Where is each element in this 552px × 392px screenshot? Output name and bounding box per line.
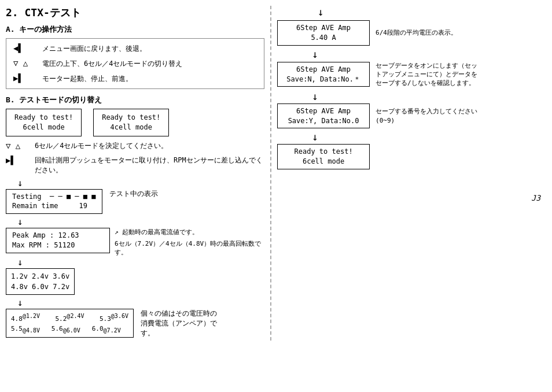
back-key-symbol: ◀▌	[13, 43, 42, 53]
section-b-title: B. テストモードの切り替え	[6, 95, 264, 105]
arrow-3: ↓	[17, 258, 23, 267]
val-r2c1: 5.5	[11, 325, 23, 332]
right-box1-line1: 6Step AVE Amp	[284, 23, 363, 33]
testing-display-box: Testing ─ ─ ■ ─ ■ ■ Remain time 19	[6, 189, 102, 215]
val-r2c2: 5.6	[51, 325, 63, 332]
value-row2: 5.5@4.8V 5.6@6.0V 6.0@7.2V	[11, 324, 128, 335]
section-a-title: A. キーの操作方法	[6, 24, 264, 35]
right-arrow-2: ↓	[312, 90, 318, 102]
val-r1c1: 4.8	[11, 315, 23, 323]
mode-buttons-area: Ready to test! 6cell mode Ready to test!…	[6, 109, 264, 136]
voltage-key-symbol: ▽ △	[13, 58, 42, 68]
voltage-row1: 1.2v 2.4v 3.6v	[11, 271, 69, 282]
right-box1-note: 6/4段階の平均電圧の表示。	[376, 28, 457, 37]
right-box1-line2: 5.40 A	[284, 33, 363, 43]
val-r2c3-sub: @7.2V	[104, 327, 121, 334]
right-box4-line2: 6cell mode	[284, 157, 363, 167]
val-r1c2: 5.2	[55, 315, 67, 323]
rpm-note-row: ▶▌ 回転計測用プッシュをモーターに取り付け、RPMセンサーに差し込んでください…	[6, 156, 264, 175]
mode-select-symbol: ▽ △	[6, 141, 35, 150]
val-r2c1-sub: @4.8V	[23, 327, 40, 334]
key-operations-box: ◀▌ メニュー画面に戻ります、後退。 ▽ △ 電圧の上下、6セル／4セルモードの…	[6, 38, 264, 89]
testing-line2: Remain time 19	[12, 201, 96, 211]
mode-select-note: 6セル／4セルモードを決定してください。	[35, 141, 168, 151]
right-box2-line1: 6Step AVE Amp	[284, 65, 363, 75]
right-box4-line1: Ready to test!	[284, 147, 363, 157]
peak-row: Peak Amp : 12.63 Max RPM : 51120 ↗ 起動時の最…	[6, 228, 264, 257]
value-row1: 4.8@1.2V 5.2@2.4V 5.3@3.6V	[11, 312, 128, 324]
voltage-key-desc: 電圧の上下、6セル／4セルモードの切り替え	[42, 58, 257, 69]
val-note: 個々の値はその電圧時の消費電流（アンペア）です。	[141, 309, 222, 338]
right-column: ↓ 6Step AVE Amp 5.40 A 6/4段階の平均電圧の表示。 ↓ …	[270, 6, 546, 341]
arrow-2: ↓	[17, 217, 23, 227]
key-row-motor: ▶▌ モーター起動、停止、前進。	[13, 73, 257, 84]
right-box3-note: セーブする番号を入力してください(0~9)	[376, 107, 480, 125]
mode-btn-6cell-line1: Ready to test!	[14, 113, 73, 123]
right-box2: 6Step AVE Amp Save:N, Data:No.＊	[277, 62, 370, 87]
motor-key-desc: モーター起動、停止、前進。	[42, 73, 257, 84]
val-r1c2-sup: @2.4V	[67, 313, 84, 319]
peak-line2: Max RPM : 51120	[12, 241, 104, 250]
val-r1c1-sup: @1.2V	[23, 313, 40, 319]
value-grid-row: 4.8@1.2V 5.2@2.4V 5.3@3.6V 5.5@4.8V 5.6@…	[6, 309, 222, 338]
motor-key-symbol: ▶▌	[13, 73, 42, 83]
back-key-desc: メニュー画面に戻ります、後退。	[42, 43, 257, 54]
voltage-row2: 4.8v 6.0v 7.2v	[11, 282, 69, 292]
right-arrow-3: ↓	[312, 131, 318, 143]
mode-btn-6cell-line2: 6cell mode	[14, 123, 73, 132]
page-number: J3	[531, 194, 546, 202]
mode-select-row: ▽ △ 6セル／4セルモードを決定してください。	[6, 141, 168, 151]
val-r1c3: 5.3	[100, 315, 111, 323]
right-box3-row: 6Step AVE Amp Save:Y, Data:No.0 セーブする番号を…	[277, 103, 480, 129]
val-r2c3: 6.0	[92, 325, 104, 332]
key-row-back: ◀▌ メニュー画面に戻ります、後退。	[13, 43, 257, 54]
peak-display-box: Peak Amp : 12.63 Max RPM : 51120	[6, 228, 110, 253]
right-box2-line2: Save:N, Data:No.＊	[284, 75, 363, 84]
right-box4: Ready to test! 6cell mode	[277, 144, 370, 169]
mode-btn-4cell-line2: 4cell mode	[102, 123, 160, 132]
right-box2-row: 6Step AVE Amp Save:N, Data:No.＊ セーブデータをオ…	[277, 61, 480, 88]
rpm-symbol: ▶▌	[6, 156, 35, 165]
right-box1-row: 6Step AVE Amp 5.40 A 6/4段階の平均電圧の表示。	[277, 20, 457, 46]
arrow-1: ↓	[17, 179, 23, 188]
peak-notes: ↗ 起動時の最高電流値です。 6セル（7.2V）／4セル（4.8V）時の最高回転…	[115, 228, 264, 257]
right-arrow-1: ↓	[312, 48, 318, 60]
mode-btn-6cell[interactable]: Ready to test! 6cell mode	[6, 109, 82, 136]
val-r1c3-sup: @3.6V	[111, 313, 128, 319]
right-box3: 6Step AVE Amp Save:Y, Data:No.0	[277, 103, 370, 129]
right-box3-line1: 6Step AVE Amp	[284, 106, 363, 116]
voltage-grid-box: 1.2v 2.4v 3.6v 4.8v 6.0v 7.2v	[6, 268, 75, 295]
rpm-max-note: 6セル（7.2V）／4セル（4.8V）時の最高回転数です。	[115, 239, 264, 257]
peak-line1: Peak Amp : 12.63	[12, 231, 104, 241]
right-box1: 6Step AVE Amp 5.40 A	[277, 20, 370, 46]
value-grid-box: 4.8@1.2V 5.2@2.4V 5.3@3.6V 5.5@4.8V 5.6@…	[6, 309, 134, 337]
right-box3-line2: Save:Y, Data:No.0	[284, 116, 363, 126]
mode-btn-4cell[interactable]: Ready to test! 4cell mode	[93, 109, 169, 136]
voltage-grid-row: 1.2v 2.4v 3.6v 4.8v 6.0v 7.2v	[6, 268, 75, 295]
arrow-4: ↓	[17, 298, 23, 308]
testing-row: Testing ─ ─ ■ ─ ■ ■ Remain time 19 テスト中の…	[6, 189, 158, 215]
testing-note: テスト中の表示	[109, 189, 158, 199]
key-row-voltage: ▽ △ 電圧の上下、6セル／4セルモードの切り替え	[13, 58, 257, 69]
peak-note: ↗ 起動時の最高電流値です。	[115, 228, 264, 236]
mode-btn-4cell-line1: Ready to test!	[102, 113, 160, 123]
rpm-note: 回転計測用プッシュをモーターに取り付け、RPMセンサーに差し込んでください。	[35, 156, 264, 175]
testing-line1: Testing ─ ─ ■ ─ ■ ■	[12, 192, 96, 202]
right-box4-row: Ready to test! 6cell mode	[277, 144, 370, 169]
right-top-arrow: ↓	[277, 6, 364, 18]
right-box2-note: セーブデータをオンにします（セットアップメニューにて）とデータをセーブする/しな…	[376, 61, 480, 88]
val-r2c2-sub: @6.0V	[63, 327, 80, 334]
page-title: 2. CTX-テスト	[6, 6, 264, 20]
